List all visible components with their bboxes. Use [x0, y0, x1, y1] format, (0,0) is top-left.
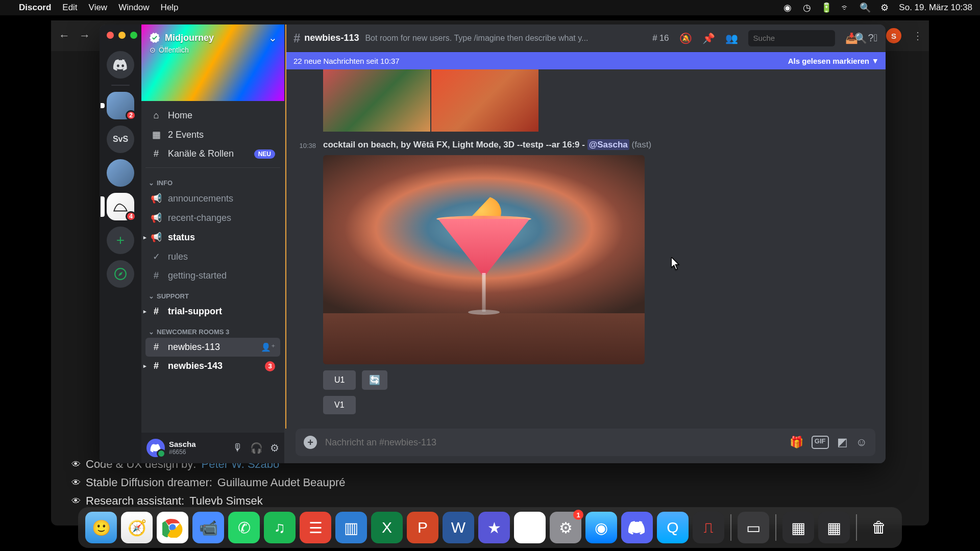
- user-avatar[interactable]: [146, 439, 165, 457]
- dock-finder[interactable]: 🙂: [85, 512, 117, 543]
- dock-trello[interactable]: ▥: [335, 512, 367, 543]
- category-support[interactable]: ⌄SUPPORT: [145, 285, 280, 302]
- browser-menu-icon[interactable]: ⋮: [913, 30, 923, 42]
- create-invite-icon[interactable]: 👤⁺: [261, 342, 275, 352]
- menubar-edit[interactable]: Edit: [62, 3, 77, 13]
- gift-icon[interactable]: 🎁: [790, 436, 803, 449]
- dock-recent[interactable]: ▦: [782, 512, 814, 543]
- window-minimize-button[interactable]: [118, 32, 126, 39]
- dock-trash[interactable]: 🗑: [863, 512, 895, 543]
- new-messages-banner[interactable]: 22 neue Nachrichten seit 10:37 Als geles…: [285, 52, 886, 69]
- menubar-help[interactable]: Help: [161, 3, 179, 13]
- channel-newbies-143[interactable]: ▸#newbies-1433: [145, 357, 280, 375]
- generated-image[interactable]: [431, 69, 538, 132]
- gif-button[interactable]: GIF: [812, 436, 829, 449]
- channel-topic[interactable]: Bot room for new users. Type /imagine th…: [365, 34, 646, 43]
- guild-item[interactable]: [107, 159, 134, 187]
- user-info[interactable]: Sascha #6656: [169, 440, 196, 456]
- dock-word[interactable]: W: [443, 512, 474, 543]
- dock-settings[interactable]: ⚙1: [550, 512, 581, 543]
- server-dropdown-icon[interactable]: ⌄: [268, 32, 277, 44]
- dock-app[interactable]: ▭: [738, 512, 769, 543]
- channel-rules[interactable]: ✓rules: [145, 247, 280, 266]
- search-input[interactable]: [753, 34, 850, 42]
- direct-messages-button[interactable]: [107, 51, 134, 79]
- variation-v1-button[interactable]: V1: [323, 396, 356, 414]
- generated-image[interactable]: [323, 155, 645, 364]
- dock-voicememos[interactable]: ⎍: [693, 512, 724, 543]
- nav-home[interactable]: ⌂Home: [145, 106, 280, 125]
- dock-discord[interactable]: [621, 512, 653, 543]
- mark-read-label[interactable]: Als gelesen markieren: [788, 57, 869, 65]
- dock-drive[interactable]: ▲: [514, 512, 546, 543]
- guild-svs[interactable]: SvS: [107, 126, 134, 153]
- browser-back-button[interactable]: ←: [57, 29, 71, 43]
- spotlight-icon[interactable]: 🔍: [860, 3, 870, 13]
- menubar-clock[interactable]: So. 19. März 10:38: [899, 3, 972, 13]
- dock-excel[interactable]: X: [371, 512, 403, 543]
- dock-quicktime[interactable]: Q: [657, 512, 689, 543]
- category-newcomer[interactable]: ⌄NEWCOMER ROOMS 3: [145, 321, 280, 338]
- menubar-app[interactable]: Discord: [19, 3, 51, 13]
- message-input[interactable]: [325, 437, 781, 448]
- channel-getting-started[interactable]: #getting-started: [145, 266, 280, 285]
- dock-safari[interactable]: 🧭: [121, 512, 153, 543]
- nav-events[interactable]: ▦2 Events: [145, 125, 280, 144]
- menubar-window[interactable]: Window: [118, 3, 149, 13]
- channel-trial-support[interactable]: ▸#trial-support: [145, 302, 280, 321]
- eye-icon: 👁: [71, 455, 81, 473]
- window-close-button[interactable]: [107, 32, 114, 39]
- server-header[interactable]: Midjourney ⌄ ⊙Öffentlich: [141, 24, 284, 101]
- explore-servers-button[interactable]: [107, 260, 134, 288]
- category-info[interactable]: ⌄INFO: [145, 172, 280, 189]
- nav-channels-roles[interactable]: #Kanäle & RollenNEU: [145, 144, 280, 163]
- unread-arrow-icon: ▸: [143, 363, 146, 369]
- dock-imovie[interactable]: ★: [478, 512, 510, 543]
- add-server-button[interactable]: +: [107, 227, 134, 254]
- threads-button[interactable]: #16: [652, 33, 669, 43]
- browser-profile-avatar[interactable]: S: [886, 28, 901, 43]
- members-icon[interactable]: 👥: [725, 32, 738, 44]
- deafen-icon[interactable]: 🎧: [250, 442, 263, 454]
- dock-powerpoint[interactable]: P: [407, 512, 438, 543]
- credit-label: Stable Diffusion dreamer:: [86, 473, 212, 492]
- guild-item[interactable]: 2: [107, 92, 134, 119]
- pinned-icon[interactable]: 📌: [702, 32, 715, 44]
- screenrec-icon[interactable]: ◉: [782, 3, 793, 13]
- dock-spotify[interactable]: ♫: [264, 512, 296, 543]
- search-box[interactable]: 🔍: [748, 30, 835, 46]
- inbox-icon[interactable]: 📥: [845, 32, 858, 44]
- dock-chrome[interactable]: [157, 512, 188, 543]
- attach-button[interactable]: +: [304, 436, 317, 449]
- reroll-button[interactable]: 🔄: [362, 370, 387, 390]
- clock-icon[interactable]: ◷: [802, 3, 812, 13]
- dock-whatsapp[interactable]: ✆: [228, 512, 260, 543]
- browser-forward-button[interactable]: →: [78, 29, 92, 43]
- mute-mic-icon[interactable]: 🎙: [233, 442, 243, 454]
- battery-icon[interactable]: 🔋: [821, 3, 831, 13]
- message-list[interactable]: 10:38 cocktail on beach, by Wētā FX, Lig…: [285, 69, 886, 429]
- channel-announcements[interactable]: 📢announcements: [145, 189, 280, 208]
- channel-newbies-113[interactable]: #newbies-113👤⁺: [145, 338, 280, 357]
- wifi-icon[interactable]: ᯤ: [841, 3, 851, 13]
- emoji-icon[interactable]: ☺: [856, 436, 867, 449]
- guild-midjourney[interactable]: 4: [107, 193, 134, 220]
- controlcenter-icon[interactable]: ⚙: [879, 3, 890, 13]
- previous-message-images[interactable]: [323, 69, 875, 132]
- dock-recent[interactable]: ▦: [818, 512, 850, 543]
- help-icon[interactable]: ?⃝: [868, 32, 877, 44]
- dock-app[interactable]: ◉: [585, 512, 617, 543]
- dock-zoom[interactable]: 📹: [192, 512, 224, 543]
- generated-image[interactable]: [323, 69, 430, 132]
- menubar-view[interactable]: View: [89, 3, 108, 13]
- channel-recent-changes[interactable]: 📢recent-changes: [145, 208, 280, 228]
- notifications-icon[interactable]: 🔕: [679, 32, 692, 44]
- user-mention[interactable]: @Sascha: [587, 139, 629, 150]
- sticker-icon[interactable]: ◩: [837, 436, 848, 449]
- channel-status[interactable]: ▸📢status: [145, 228, 280, 247]
- user-settings-icon[interactable]: ⚙: [270, 442, 279, 454]
- eye-icon: 👁: [71, 473, 81, 492]
- upscale-u1-button[interactable]: U1: [323, 370, 356, 390]
- dock-todoist[interactable]: ☰: [300, 512, 331, 543]
- window-zoom-button[interactable]: [130, 32, 137, 39]
